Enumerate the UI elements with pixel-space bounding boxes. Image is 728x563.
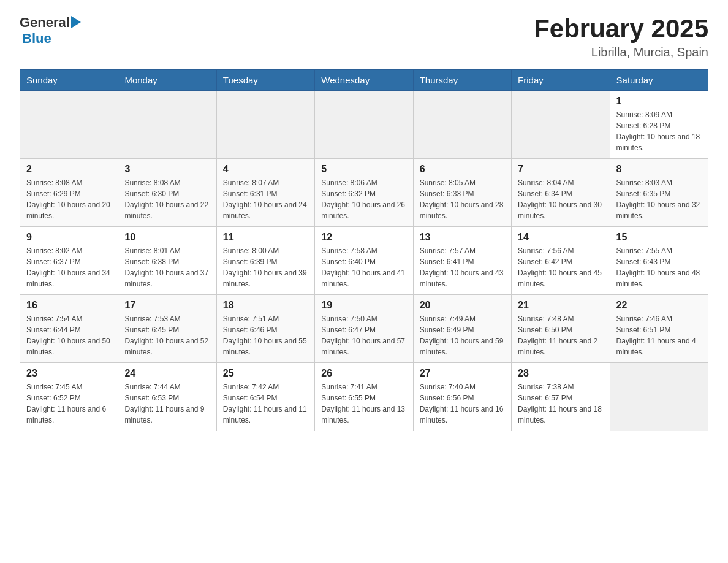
day-number: 24 <box>124 368 210 379</box>
day-info: Sunrise: 7:40 AMSunset: 6:56 PMDaylight:… <box>420 381 505 426</box>
day-number: 20 <box>420 300 505 311</box>
day-info: Sunrise: 7:56 AMSunset: 6:42 PMDaylight:… <box>518 245 603 289</box>
calendar-day-cell: 21Sunrise: 7:48 AMSunset: 6:50 PMDayligh… <box>512 295 610 363</box>
calendar-day-cell: 7Sunrise: 8:04 AMSunset: 6:34 PMDaylight… <box>512 159 610 227</box>
day-header-wednesday: Wednesday <box>315 70 413 91</box>
day-info: Sunrise: 8:01 AMSunset: 6:38 PMDaylight:… <box>124 245 210 289</box>
calendar-day-cell <box>118 91 216 159</box>
calendar-day-cell: 17Sunrise: 7:53 AMSunset: 6:45 PMDayligh… <box>118 295 216 363</box>
day-info: Sunrise: 7:44 AMSunset: 6:53 PMDaylight:… <box>124 381 210 426</box>
day-number: 13 <box>420 232 505 243</box>
calendar-day-cell: 27Sunrise: 7:40 AMSunset: 6:56 PMDayligh… <box>413 363 511 431</box>
calendar-day-cell: 24Sunrise: 7:44 AMSunset: 6:53 PMDayligh… <box>118 363 216 431</box>
calendar-day-cell: 15Sunrise: 7:55 AMSunset: 6:43 PMDayligh… <box>610 227 708 295</box>
day-number: 26 <box>321 368 406 379</box>
day-info: Sunrise: 8:07 AMSunset: 6:31 PMDaylight:… <box>223 177 308 221</box>
day-number: 16 <box>26 300 112 311</box>
calendar-day-cell: 18Sunrise: 7:51 AMSunset: 6:46 PMDayligh… <box>216 295 314 363</box>
day-header-sunday: Sunday <box>20 70 118 91</box>
day-info: Sunrise: 8:08 AMSunset: 6:30 PMDaylight:… <box>124 177 210 221</box>
day-number: 2 <box>26 164 112 175</box>
day-info: Sunrise: 8:05 AMSunset: 6:33 PMDaylight:… <box>420 177 505 221</box>
calendar-day-cell: 3Sunrise: 8:08 AMSunset: 6:30 PMDaylight… <box>118 159 216 227</box>
calendar-day-cell <box>413 91 511 159</box>
day-info: Sunrise: 7:50 AMSunset: 6:47 PMDaylight:… <box>321 313 406 358</box>
day-number: 12 <box>321 232 406 243</box>
day-info: Sunrise: 7:58 AMSunset: 6:40 PMDaylight:… <box>321 245 406 289</box>
day-number: 27 <box>420 368 505 379</box>
calendar-title: February 2025 <box>534 15 708 43</box>
calendar-day-cell: 23Sunrise: 7:45 AMSunset: 6:52 PMDayligh… <box>20 363 118 431</box>
calendar-day-cell: 4Sunrise: 8:07 AMSunset: 6:31 PMDaylight… <box>216 159 314 227</box>
calendar-week-row: 16Sunrise: 7:54 AMSunset: 6:44 PMDayligh… <box>20 295 708 363</box>
calendar-week-row: 1Sunrise: 8:09 AMSunset: 6:28 PMDaylight… <box>20 91 708 159</box>
calendar-day-cell: 13Sunrise: 7:57 AMSunset: 6:41 PMDayligh… <box>413 227 511 295</box>
page-header: General Blue February 2025 Librilla, Mur… <box>20 15 708 59</box>
day-info: Sunrise: 7:55 AMSunset: 6:43 PMDaylight:… <box>616 245 702 289</box>
calendar-day-cell: 25Sunrise: 7:42 AMSunset: 6:54 PMDayligh… <box>216 363 314 431</box>
day-number: 15 <box>616 232 702 243</box>
calendar-day-cell: 1Sunrise: 8:09 AMSunset: 6:28 PMDaylight… <box>610 91 708 159</box>
calendar-day-cell: 16Sunrise: 7:54 AMSunset: 6:44 PMDayligh… <box>20 295 118 363</box>
logo: General Blue <box>20 15 81 47</box>
calendar-day-cell: 22Sunrise: 7:46 AMSunset: 6:51 PMDayligh… <box>610 295 708 363</box>
calendar-header-row: SundayMondayTuesdayWednesdayThursdayFrid… <box>20 70 708 91</box>
day-info: Sunrise: 7:41 AMSunset: 6:55 PMDaylight:… <box>321 381 406 426</box>
day-number: 1 <box>616 96 702 107</box>
day-header-friday: Friday <box>512 70 610 91</box>
calendar-day-cell: 10Sunrise: 8:01 AMSunset: 6:38 PMDayligh… <box>118 227 216 295</box>
calendar-day-cell: 9Sunrise: 8:02 AMSunset: 6:37 PMDaylight… <box>20 227 118 295</box>
day-info: Sunrise: 7:51 AMSunset: 6:46 PMDaylight:… <box>223 313 308 358</box>
day-info: Sunrise: 7:57 AMSunset: 6:41 PMDaylight:… <box>420 245 505 289</box>
day-info: Sunrise: 8:06 AMSunset: 6:32 PMDaylight:… <box>321 177 406 221</box>
day-number: 28 <box>518 368 603 379</box>
day-info: Sunrise: 7:53 AMSunset: 6:45 PMDaylight:… <box>124 313 210 358</box>
calendar-week-row: 2Sunrise: 8:08 AMSunset: 6:29 PMDaylight… <box>20 159 708 227</box>
day-number: 8 <box>616 164 702 175</box>
day-number: 11 <box>223 232 308 243</box>
day-info: Sunrise: 7:45 AMSunset: 6:52 PMDaylight:… <box>26 381 112 426</box>
calendar-day-cell <box>20 91 118 159</box>
calendar-subtitle: Librilla, Murcia, Spain <box>534 45 708 59</box>
day-number: 7 <box>518 164 603 175</box>
day-info: Sunrise: 8:04 AMSunset: 6:34 PMDaylight:… <box>518 177 603 221</box>
calendar-day-cell: 11Sunrise: 8:00 AMSunset: 6:39 PMDayligh… <box>216 227 314 295</box>
calendar-week-row: 9Sunrise: 8:02 AMSunset: 6:37 PMDaylight… <box>20 227 708 295</box>
day-info: Sunrise: 8:09 AMSunset: 6:28 PMDaylight:… <box>616 109 702 153</box>
day-number: 22 <box>616 300 702 311</box>
svg-marker-0 <box>71 16 81 28</box>
calendar-day-cell: 2Sunrise: 8:08 AMSunset: 6:29 PMDaylight… <box>20 159 118 227</box>
calendar-table: SundayMondayTuesdayWednesdayThursdayFrid… <box>20 69 708 431</box>
day-info: Sunrise: 7:46 AMSunset: 6:51 PMDaylight:… <box>616 313 702 358</box>
day-header-tuesday: Tuesday <box>216 70 314 91</box>
day-info: Sunrise: 8:00 AMSunset: 6:39 PMDaylight:… <box>223 245 308 289</box>
calendar-week-row: 23Sunrise: 7:45 AMSunset: 6:52 PMDayligh… <box>20 363 708 431</box>
calendar-day-cell <box>216 91 314 159</box>
day-info: Sunrise: 7:49 AMSunset: 6:49 PMDaylight:… <box>420 313 505 358</box>
day-info: Sunrise: 8:08 AMSunset: 6:29 PMDaylight:… <box>26 177 112 221</box>
calendar-day-cell: 6Sunrise: 8:05 AMSunset: 6:33 PMDaylight… <box>413 159 511 227</box>
calendar-day-cell: 5Sunrise: 8:06 AMSunset: 6:32 PMDaylight… <box>315 159 413 227</box>
day-info: Sunrise: 7:42 AMSunset: 6:54 PMDaylight:… <box>223 381 308 426</box>
day-number: 21 <box>518 300 603 311</box>
day-header-monday: Monday <box>118 70 216 91</box>
calendar-day-cell: 19Sunrise: 7:50 AMSunset: 6:47 PMDayligh… <box>315 295 413 363</box>
day-number: 23 <box>26 368 112 379</box>
day-number: 5 <box>321 164 406 175</box>
logo-general-text: General <box>20 15 70 31</box>
day-info: Sunrise: 8:02 AMSunset: 6:37 PMDaylight:… <box>26 245 112 289</box>
calendar-day-cell: 8Sunrise: 8:03 AMSunset: 6:35 PMDaylight… <box>610 159 708 227</box>
calendar-day-cell <box>315 91 413 159</box>
logo-blue-text: Blue <box>22 31 51 47</box>
day-number: 25 <box>223 368 308 379</box>
day-info: Sunrise: 8:03 AMSunset: 6:35 PMDaylight:… <box>616 177 702 221</box>
day-number: 14 <box>518 232 603 243</box>
day-info: Sunrise: 7:54 AMSunset: 6:44 PMDaylight:… <box>26 313 112 358</box>
day-header-saturday: Saturday <box>610 70 708 91</box>
day-number: 19 <box>321 300 406 311</box>
calendar-day-cell <box>512 91 610 159</box>
calendar-day-cell: 28Sunrise: 7:38 AMSunset: 6:57 PMDayligh… <box>512 363 610 431</box>
calendar-day-cell: 26Sunrise: 7:41 AMSunset: 6:55 PMDayligh… <box>315 363 413 431</box>
title-block: February 2025 Librilla, Murcia, Spain <box>534 15 708 59</box>
day-number: 3 <box>124 164 210 175</box>
